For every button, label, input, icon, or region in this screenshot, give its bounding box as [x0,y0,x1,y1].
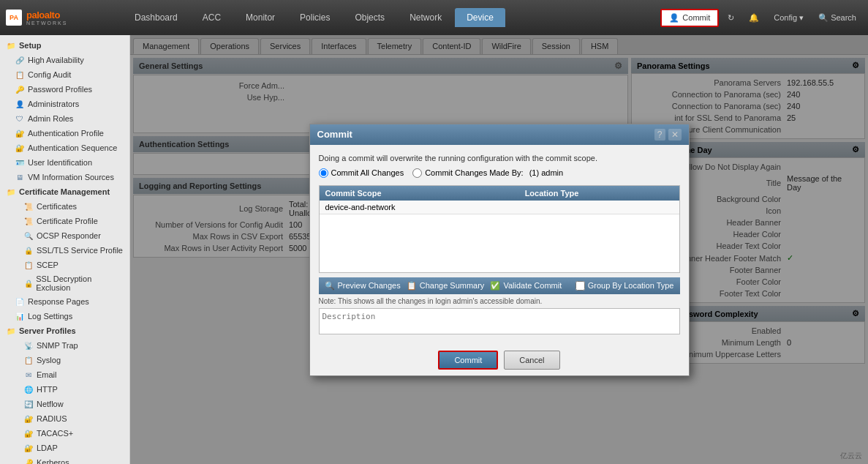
group-by-input[interactable] [575,281,585,291]
validate-commit-btn[interactable]: ✅ Validate Commit [490,281,562,291]
resp-icon: 📄 [15,296,25,307]
scope-header: Commit Scope [320,186,519,201]
commit-by-radio[interactable]: Commit Changes Made By: (1) admin [412,168,563,178]
description-input[interactable] [319,308,680,334]
item-icon-2: 📋 [15,70,25,80]
sidebar-item-auth-sequence[interactable]: 🔐 Authentication Sequence [0,141,129,155]
tacacs-icon: 🔐 [23,428,34,438]
sidebar-item-ssl-tls[interactable]: 🔒 SSL/TLS Service Profile [0,243,129,258]
sidebar-item-kerberos[interactable]: 🔑 Kerberos [0,455,129,464]
sidebar-item-http[interactable]: 🌐 HTTP [0,382,129,397]
sidebar-item-syslog[interactable]: 📋 Syslog [0,353,129,367]
modal-header: Commit ? ✕ [310,124,689,145]
sidebar-item-password-profiles[interactable]: 🔑 Password Profiles [0,82,129,97]
item-icon-8: 🪪 [15,157,25,168]
commit-all-radio[interactable]: Commit All Changes [319,168,404,178]
sidebar-item-ldap[interactable]: 🔐 LDAP [0,441,129,455]
refresh-icon[interactable]: ↻ [722,10,740,26]
table-header-row: Commit Scope Location Type [320,186,679,201]
sidebar-item-radius[interactable]: 🔐 RADIUS [0,411,129,426]
ssl-icon: 🔒 [23,245,34,255]
commit-button[interactable]: 👤 Commit [660,9,719,27]
sidebar-item-setup[interactable]: 📁 Setup [0,38,129,53]
modal-commit-button[interactable]: Commit [438,351,498,370]
sidebar-item-netflow[interactable]: 🔄 Netflow [0,397,129,411]
modal-footer-bar: 🔍 Preview Changes 📋 Change Summary ✅ Val… [319,277,680,294]
sidebar-item-log-settings[interactable]: 📊 Log Settings [0,309,129,323]
location-header: Location Type [519,186,679,201]
modal-title: Commit [317,129,352,140]
modal-help-icon[interactable]: ? [654,129,665,141]
preview-changes-btn[interactable]: 🔍 Preview Changes [325,281,401,291]
location-cell [519,201,679,214]
sidebar-item-ocsp[interactable]: 🔍 OCSP Responder [0,228,129,243]
modal-cancel-button[interactable]: Cancel [504,351,559,370]
nav-tab-network[interactable]: Network [398,8,453,27]
sidebar-item-snmp[interactable]: 📡 SNMP Trap [0,338,129,353]
nav-tab-dashboard[interactable]: Dashboard [123,8,189,27]
folder-icon: 📁 [6,40,16,50]
modal-close-icon[interactable]: ✕ [668,129,682,141]
email-icon: ✉ [23,370,34,380]
sidebar-item-certificates[interactable]: 📜 Certificates [0,199,129,214]
logo-box: PA [6,10,22,26]
cert-prof-icon: 📜 [23,216,34,226]
radius-icon: 🔐 [23,414,34,424]
group-by-checkbox[interactable]: Group By Location Type [575,281,674,291]
sidebar-item-scep[interactable]: 📋 SCEP [0,258,129,272]
main-panel: Management Operations Services Interface… [130,35,868,464]
nav-tab-policies[interactable]: Policies [288,8,341,27]
sidebar-item-cert-profile[interactable]: 📜 Certificate Profile [0,214,129,228]
commit-icon: 👤 [669,13,679,23]
config-menu[interactable]: Config ▾ [768,10,809,26]
sidebar-item-config-audit[interactable]: 📋 Config Audit [0,67,129,82]
sidebar-item-ssl-excl[interactable]: 🔒 SSL Decryption Exclusion [0,272,129,294]
sidebar-item-admin-roles[interactable]: 🛡 Admin Roles [0,111,129,126]
item-icon-5: 🛡 [15,113,25,124]
item-icon-3: 🔑 [15,84,25,94]
nav-tab-acc[interactable]: ACC [191,8,233,27]
commit-scope-table: Commit Scope Location Type device-and-ne… [320,186,679,214]
preview-icon: 🔍 [325,281,335,291]
sidebar-item-user-id[interactable]: 🪪 User Identification [0,155,129,170]
palo-logo: paloalto NETWORKS [26,10,67,26]
sidebar-item-server-profiles[interactable]: 📁 Server Profiles [0,323,129,338]
search-icon[interactable]: 🔍 Search [812,10,862,26]
sidebar-item-auth-profile[interactable]: 🔐 Authentication Profile [0,126,129,141]
logo-area: PA paloalto NETWORKS [6,10,123,26]
logo-pa: PA [10,14,18,21]
sidebar-item-cert-mgmt[interactable]: 📁 Certificate Management [0,184,129,199]
ldap-icon: 🔐 [23,443,34,453]
sidebar-item-vm-info[interactable]: 🖥 VM Information Sources [0,170,129,184]
sidebar-item-tacacs[interactable]: 🔐 TACACS+ [0,426,129,441]
netflow-icon: 🔄 [23,399,34,409]
top-bar: PA paloalto NETWORKS Dashboard ACC Monit… [0,0,868,35]
change-summary-btn[interactable]: 📋 Change Summary [407,281,485,291]
item-icon-6: 🔐 [15,128,25,138]
item-icon: 🔗 [15,55,25,65]
modal-description: Doing a commit will overwrite the runnin… [319,154,680,162]
item-icon-9: 🖥 [15,172,25,182]
modal-backdrop: Commit ? ✕ Doing a commit will overwrite… [130,35,868,464]
top-actions: 👤 Commit ↻ 🔔 Config ▾ 🔍 Search [660,9,862,27]
sidebar-item-high-availability[interactable]: 🔗 High Availability [0,53,129,67]
validate-icon: ✅ [490,281,500,291]
commit-all-radio-input[interactable] [319,168,328,178]
sidebar-item-response-pages[interactable]: 📄 Response Pages [0,294,129,309]
nav-tab-device[interactable]: Device [455,8,505,27]
snmp-icon: 📡 [23,340,34,351]
item-icon-7: 🔐 [15,143,25,153]
commit-by-radio-input[interactable] [412,168,422,178]
sidebar-item-administrators[interactable]: 👤 Administrators [0,97,129,111]
table-row: device-and-network [320,201,679,214]
item-icon-4: 👤 [15,99,25,109]
sidebar-item-email[interactable]: ✉ Email [0,367,129,382]
nav-tab-objects[interactable]: Objects [343,8,396,27]
brand-sub: NETWORKS [26,20,67,26]
http-icon: 🌐 [23,384,34,394]
nav-tab-monitor[interactable]: Monitor [234,8,287,27]
alert-icon[interactable]: 🔔 [743,10,765,26]
commit-radio-group: Commit All Changes Commit Changes Made B… [319,168,680,178]
cert-icon: 📜 [23,201,34,212]
modal-action-bar: Commit Cancel [310,345,689,375]
